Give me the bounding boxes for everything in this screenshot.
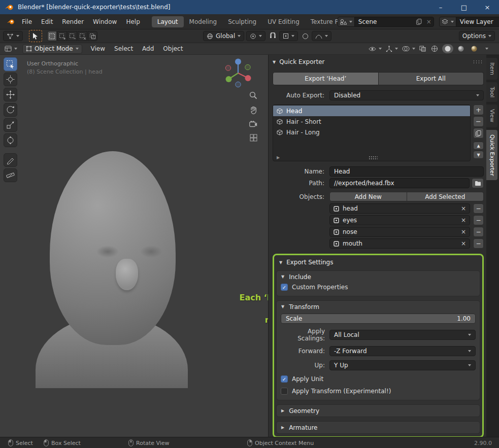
package-list[interactable]: Head Hair - Short Hair - Long ▶ xyxy=(273,105,471,161)
mode-dropdown[interactable]: Object Mode xyxy=(22,44,82,54)
package-item-hair-long[interactable]: Hair - Long xyxy=(273,127,470,137)
transform-header[interactable]: ▼ Transform xyxy=(277,301,480,313)
blender-app-menu-icon[interactable] xyxy=(4,17,17,27)
clear-object-button[interactable]: × xyxy=(461,205,466,212)
menu-file[interactable]: File xyxy=(17,16,37,27)
pan-hand-button[interactable] xyxy=(250,106,257,114)
menu-view[interactable]: View xyxy=(86,44,110,54)
up-dropdown[interactable]: Y Up xyxy=(329,360,476,370)
clear-object-button[interactable]: × xyxy=(461,217,466,224)
workspace-tab-layout[interactable]: Layout xyxy=(152,16,184,27)
apply-unit-checkbox[interactable]: ✓ xyxy=(281,375,288,383)
move-package-up-button[interactable]: ▲ xyxy=(473,142,484,150)
tool-cursor[interactable] xyxy=(4,73,17,86)
workspace-tab-texture-paint[interactable]: Texture Pai xyxy=(305,16,338,27)
menu-help[interactable]: Help xyxy=(121,16,144,27)
maximize-button[interactable]: □ xyxy=(452,0,476,14)
proportional-editing-toggle[interactable] xyxy=(300,31,310,41)
open-filebrowser-button[interactable] xyxy=(472,178,484,188)
tool-rotate[interactable] xyxy=(4,103,17,117)
path-field[interactable]: //exported/head.fbx xyxy=(329,178,470,188)
shading-dropdown[interactable] xyxy=(482,44,489,53)
view-layer-browse-dropdown[interactable] xyxy=(440,17,456,26)
remove-object-button[interactable]: − xyxy=(473,215,484,225)
clear-object-button[interactable]: × xyxy=(461,240,466,247)
include-header[interactable]: ▼ Include xyxy=(277,271,480,283)
move-package-down-button[interactable]: ▼ xyxy=(473,151,484,159)
proportional-falloff-dropdown[interactable] xyxy=(312,31,331,41)
select-mode-invert-icon[interactable] xyxy=(78,31,87,41)
active-tool-indicator[interactable] xyxy=(29,30,42,42)
shading-wireframe-button[interactable] xyxy=(429,44,440,53)
transform-orientation-dropdown[interactable]: Global xyxy=(203,31,244,41)
select-mode-set-icon[interactable] xyxy=(47,31,57,41)
menu-render[interactable]: Render xyxy=(57,16,88,27)
gizmos-dropdown[interactable] xyxy=(385,44,399,53)
list-filter-toggle[interactable]: ▶ xyxy=(277,155,280,160)
pivot-point-dropdown[interactable] xyxy=(246,31,265,41)
object-field[interactable]: mouth × xyxy=(329,238,470,249)
visibility-dropdown[interactable] xyxy=(368,44,383,53)
snapping-dropdown[interactable] xyxy=(279,31,298,41)
package-item-head[interactable]: Head xyxy=(273,106,470,116)
navigation-gizmo[interactable] xyxy=(222,57,254,89)
options-dropdown[interactable]: Options xyxy=(459,31,495,41)
scene-new-button[interactable] xyxy=(414,17,424,26)
expand-arrow-icon[interactable]: ▶ xyxy=(281,425,284,430)
select-mode-intersect-icon[interactable] xyxy=(88,31,97,41)
close-button[interactable]: × xyxy=(476,0,499,14)
export-all-button[interactable]: Export All xyxy=(379,72,484,85)
collapse-arrow-icon[interactable]: ▼ xyxy=(281,274,284,279)
tool-select-box[interactable] xyxy=(4,57,17,71)
panel-drag-grip[interactable] xyxy=(473,60,484,64)
collapse-arrow-icon[interactable]: ▼ xyxy=(281,304,284,309)
remove-object-button[interactable]: − xyxy=(473,203,484,214)
collapse-arrow-icon[interactable]: ▼ xyxy=(273,60,276,64)
remove-object-button[interactable]: − xyxy=(473,238,484,249)
tab-view[interactable]: View xyxy=(486,105,497,127)
clear-object-button[interactable]: × xyxy=(461,228,466,235)
duplicate-package-button[interactable] xyxy=(473,128,484,139)
object-field[interactable]: head × xyxy=(329,203,470,214)
select-mode-extend-icon[interactable] xyxy=(57,31,67,41)
menu-add[interactable]: Add xyxy=(138,44,158,54)
remove-object-button[interactable]: − xyxy=(473,227,484,237)
ortho-toggle-button[interactable] xyxy=(250,134,257,142)
name-field[interactable]: Head xyxy=(329,166,484,177)
custom-properties-checkbox[interactable]: ✓ xyxy=(281,284,288,291)
menu-select[interactable]: Select xyxy=(110,44,138,54)
shading-material-button[interactable] xyxy=(455,44,467,53)
menu-object[interactable]: Object xyxy=(158,44,187,54)
tab-quick-exporter[interactable]: Quick Exporter xyxy=(486,130,497,181)
forward-dropdown[interactable]: -Z Forward xyxy=(329,346,476,356)
scene-name-field[interactable]: Scene xyxy=(355,18,414,25)
tool-scale[interactable] xyxy=(4,118,17,132)
tool-transform[interactable] xyxy=(4,133,17,147)
menu-window[interactable]: Window xyxy=(88,16,121,27)
overlays-dropdown[interactable] xyxy=(401,44,416,53)
tab-item[interactable]: Item xyxy=(486,58,497,80)
head-model[interactable] xyxy=(36,147,190,388)
apply-scalings-dropdown[interactable]: All Local xyxy=(329,330,476,340)
armature-header[interactable]: ▶ Armature xyxy=(277,422,480,433)
object-field[interactable]: nose × xyxy=(329,227,470,237)
view-layer-name-field[interactable]: View Layer xyxy=(456,18,499,25)
tool-annotate[interactable] xyxy=(4,153,17,167)
export-selected-button[interactable]: Export ‘Head’ xyxy=(273,72,379,85)
remove-package-button[interactable]: − xyxy=(473,116,484,127)
panel-header[interactable]: ▼ Quick Exporter xyxy=(273,57,484,67)
export-settings-header[interactable]: ▼ Export Settings xyxy=(276,257,480,267)
list-resize-grip[interactable] xyxy=(369,156,378,159)
shading-rendered-button[interactable] xyxy=(469,44,480,53)
tab-tool[interactable]: Tool xyxy=(486,82,497,102)
xray-toggle[interactable] xyxy=(418,44,427,53)
expand-arrow-icon[interactable]: ▶ xyxy=(281,408,284,413)
camera-view-button[interactable] xyxy=(249,121,257,127)
scene-unlink-button[interactable]: × xyxy=(424,17,434,26)
minimize-button[interactable]: – xyxy=(429,0,452,14)
zoom-button[interactable] xyxy=(249,91,257,99)
object-field[interactable]: eyes × xyxy=(329,215,470,225)
workspace-tab-modeling[interactable]: Modeling xyxy=(184,16,223,27)
scene-browse-dropdown[interactable] xyxy=(338,17,355,26)
viewport-editor-type-button[interactable] xyxy=(4,44,18,54)
